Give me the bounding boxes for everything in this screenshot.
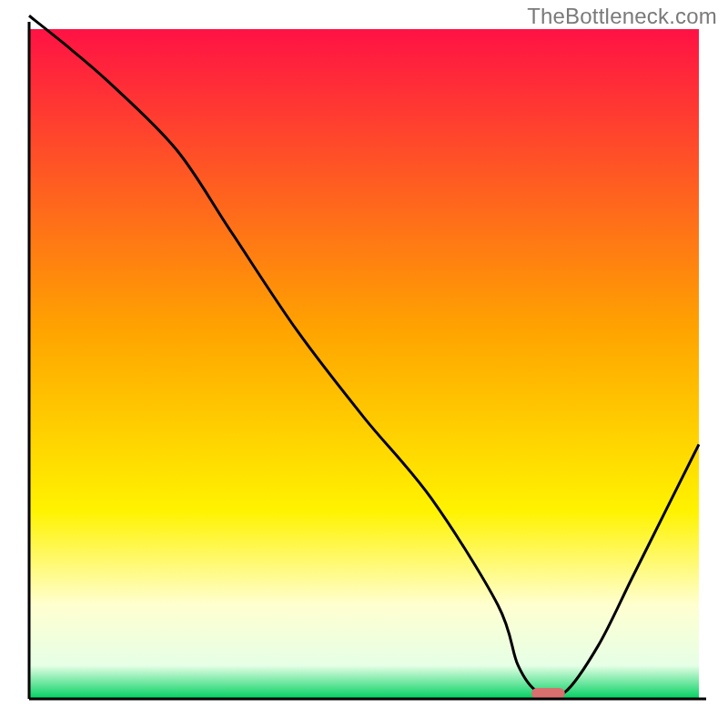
chart-frame: TheBottleneck.com xyxy=(0,0,728,728)
optimal-marker xyxy=(531,688,565,699)
plot-background xyxy=(29,29,699,699)
bottleneck-chart xyxy=(0,0,728,728)
